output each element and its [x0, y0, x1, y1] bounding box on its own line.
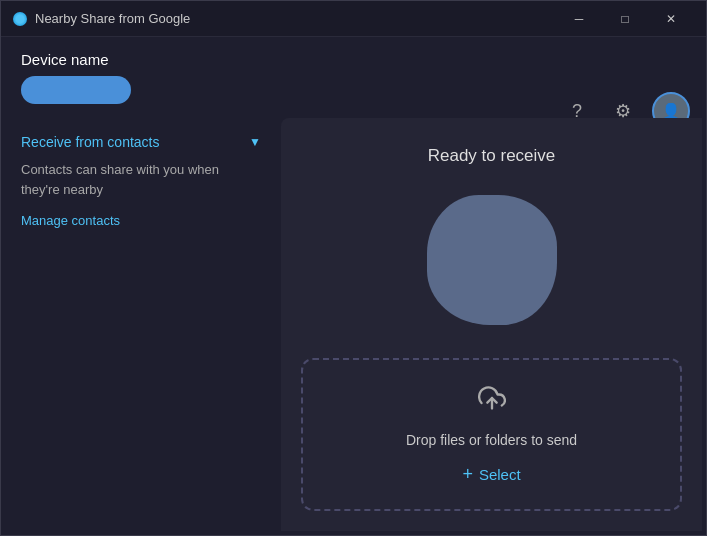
- titlebar-title: Nearby Share from Google: [35, 11, 556, 26]
- minimize-button[interactable]: ─: [556, 1, 602, 37]
- receive-dropdown[interactable]: Receive from contacts ▼: [21, 134, 261, 150]
- select-button[interactable]: + Select: [450, 460, 532, 489]
- device-squircle-shape: [427, 195, 557, 325]
- sidebar: Receive from contacts ▼ Contacts can sha…: [1, 114, 281, 535]
- manage-contacts-link[interactable]: Manage contacts: [21, 213, 120, 228]
- upload-icon: [478, 384, 506, 418]
- titlebar: Nearby Share from Google ─ □ ✕: [1, 1, 706, 37]
- receive-section: Receive from contacts ▼ Contacts can sha…: [21, 134, 261, 229]
- receive-description: Contacts can share with you when they're…: [21, 160, 261, 199]
- window-controls: ─ □ ✕: [556, 1, 694, 37]
- ready-status-text: Ready to receive: [428, 146, 556, 166]
- drop-text: Drop files or folders to send: [406, 432, 577, 448]
- drop-zone[interactable]: Drop files or folders to send + Select: [301, 358, 682, 511]
- plus-icon: +: [462, 464, 473, 485]
- close-button[interactable]: ✕: [648, 1, 694, 37]
- device-name-label: Device name: [21, 51, 686, 68]
- app-icon: [13, 12, 27, 26]
- chevron-down-icon: ▼: [249, 135, 261, 149]
- device-name-input[interactable]: [21, 76, 131, 104]
- select-label: Select: [479, 466, 521, 483]
- device-shape-container: [422, 190, 562, 330]
- maximize-button[interactable]: □: [602, 1, 648, 37]
- right-panel: Ready to receive Drop files or folders t…: [281, 118, 702, 531]
- app-window: Nearby Share from Google ─ □ ✕ Device na…: [0, 0, 707, 536]
- receive-label: Receive from contacts: [21, 134, 160, 150]
- main-area: Receive from contacts ▼ Contacts can sha…: [1, 114, 706, 535]
